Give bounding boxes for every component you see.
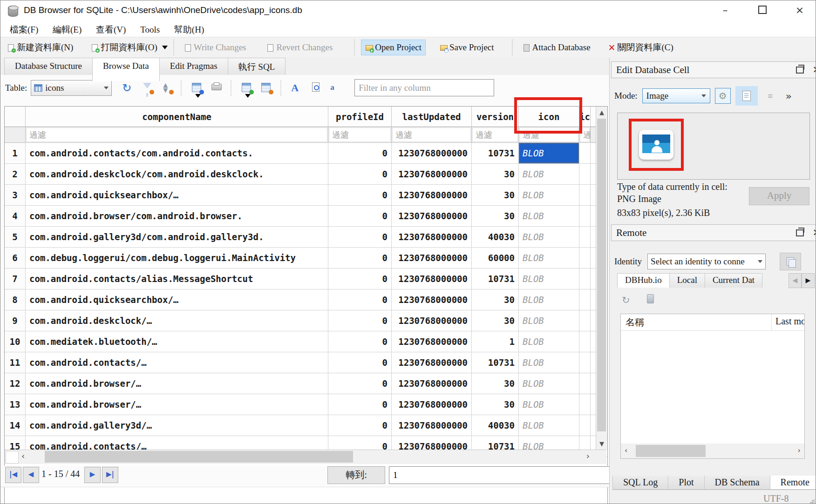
- cell-partial-column[interactable]: [579, 269, 591, 289]
- cell-profileId[interactable]: 0: [328, 310, 392, 331]
- header-componentName[interactable]: componentName: [26, 107, 328, 127]
- float-panel-icon[interactable]: [796, 67, 804, 74]
- cell-version[interactable]: 30: [472, 164, 519, 184]
- tab-browse-data[interactable]: Browse Data: [92, 58, 160, 81]
- cell-icon-blob[interactable]: BLOB: [519, 415, 579, 436]
- close-database-button[interactable]: ✕ 關閉資料庫(C): [605, 39, 677, 56]
- cell-version[interactable]: 10731: [472, 269, 519, 289]
- cell-componentName[interactable]: com.android.gallery3d/com.android.galler…: [26, 227, 328, 247]
- row-number[interactable]: 14: [5, 415, 26, 436]
- cell-lastUpdated[interactable]: 1230768000000: [392, 227, 472, 247]
- save-project-button[interactable]: ▦ Save Project: [436, 40, 498, 55]
- cell-icon-blob[interactable]: BLOB: [519, 185, 579, 205]
- cell-version[interactable]: 30: [472, 310, 519, 331]
- row-number[interactable]: 13: [5, 394, 26, 415]
- cell-lastUpdated[interactable]: 1230768000000: [392, 373, 472, 394]
- insert-record-dropdown-caret[interactable]: [245, 94, 251, 98]
- cell-version[interactable]: 30: [472, 373, 519, 394]
- row-number[interactable]: 8: [5, 289, 26, 310]
- cell-version[interactable]: 30: [472, 289, 519, 310]
- tab-dbhub[interactable]: DBHub.io: [617, 273, 670, 288]
- cell-partial-column[interactable]: [579, 227, 591, 247]
- row-number[interactable]: 3: [5, 185, 26, 205]
- cell-icon-blob[interactable]: BLOB: [519, 164, 579, 184]
- next-record-button[interactable]: ▶: [84, 467, 101, 483]
- cell-icon-blob[interactable]: BLOB: [519, 227, 579, 247]
- row-number[interactable]: 4: [5, 206, 26, 226]
- vertical-scrollbar[interactable]: ▲ ▼: [596, 107, 607, 450]
- cell-lastUpdated[interactable]: 1230768000000: [392, 289, 472, 310]
- cell-partial-column[interactable]: [579, 310, 591, 331]
- cell-profileId[interactable]: 0: [328, 289, 392, 310]
- cell-lastUpdated[interactable]: 1230768000000: [392, 310, 472, 331]
- apply-button[interactable]: Apply: [749, 187, 809, 205]
- cell-lastUpdated[interactable]: 1230768000000: [392, 248, 472, 268]
- filter-componentName[interactable]: 過濾: [26, 127, 328, 142]
- cell-version[interactable]: 30: [472, 185, 519, 205]
- more-tools-button[interactable]: »: [786, 90, 792, 102]
- cell-componentName[interactable]: com.android.contacts/…: [26, 352, 328, 373]
- menu-help[interactable]: 幫助(H): [171, 23, 207, 36]
- remote-scroll-thumb[interactable]: [636, 445, 706, 457]
- tab-local[interactable]: Local: [669, 273, 705, 288]
- cell-componentName[interactable]: com.android.contacts/com.android.contact…: [26, 143, 328, 163]
- row-number[interactable]: 1: [5, 143, 26, 163]
- cell-componentName[interactable]: com.android.quicksearchbox/…: [26, 185, 328, 205]
- cell-profileId[interactable]: 0: [328, 227, 392, 247]
- cell-lastUpdated[interactable]: 1230768000000: [392, 331, 472, 352]
- maximize-button[interactable]: [752, 3, 773, 18]
- cell-icon-blob[interactable]: BLOB: [519, 373, 579, 394]
- row-number[interactable]: 9: [5, 310, 26, 331]
- remote-server-icon[interactable]: [647, 294, 654, 303]
- cell-partial-column[interactable]: [579, 394, 591, 415]
- scroll-up-icon[interactable]: ▲: [596, 109, 607, 116]
- cell-componentName[interactable]: com.android.browser/…: [26, 394, 328, 415]
- cell-profileId[interactable]: 0: [328, 394, 392, 415]
- cell-profileId[interactable]: 0: [328, 269, 392, 289]
- close-panel-icon[interactable]: ✕: [812, 65, 816, 74]
- find-in-table-button[interactable]: [311, 82, 323, 94]
- cell-version[interactable]: 30: [472, 394, 519, 415]
- edit-display-format-button[interactable]: A: [291, 82, 303, 94]
- cell-version[interactable]: 10731: [472, 143, 519, 163]
- cell-componentName[interactable]: com.android.browser/com.android.browser.: [26, 206, 328, 226]
- open-project-button[interactable]: ▸ Open Project: [361, 40, 426, 55]
- horizontal-scroll-thumb[interactable]: [45, 451, 353, 463]
- cell-icon-blob[interactable]: BLOB: [519, 206, 579, 226]
- cell-profileId[interactable]: 0: [328, 185, 392, 205]
- cell-version[interactable]: 1: [472, 331, 519, 352]
- save-filters-button[interactable]: ▲▼: [161, 82, 173, 94]
- cell-profileId[interactable]: 0: [328, 352, 392, 373]
- cell-componentName[interactable]: com.android.gallery3d/…: [26, 415, 328, 436]
- identity-select[interactable]: Select an identity to conne: [647, 254, 766, 269]
- scroll-right-icon[interactable]: ›: [586, 451, 590, 461]
- close-button[interactable]: ×: [789, 3, 810, 18]
- table-select[interactable]: icons: [31, 80, 112, 96]
- clone-database-button[interactable]: [780, 253, 801, 270]
- refresh-button[interactable]: ↻: [122, 82, 134, 94]
- cell-lastUpdated[interactable]: 1230768000000: [392, 143, 472, 163]
- replace-button[interactable]: a: [330, 82, 342, 94]
- remote-col-name[interactable]: 名稱: [621, 314, 772, 330]
- header-corner[interactable]: [5, 107, 26, 127]
- clear-filters-button[interactable]: [142, 82, 154, 94]
- row-number[interactable]: 12: [5, 373, 26, 394]
- remote-col-last-modified[interactable]: Last mo: [772, 314, 804, 330]
- cell-partial-column[interactable]: [579, 331, 591, 352]
- cell-icon-blob[interactable]: BLOB: [519, 394, 579, 415]
- cell-icon-blob[interactable]: BLOB: [519, 310, 579, 331]
- tab-edit-pragmas[interactable]: Edit Pragmas: [159, 58, 228, 75]
- cell-componentName[interactable]: com.android.browser/…: [26, 373, 328, 394]
- cell-lastUpdated[interactable]: 1230768000000: [392, 352, 472, 373]
- cell-lastUpdated[interactable]: 1230768000000: [392, 269, 472, 289]
- cell-partial-column[interactable]: [579, 352, 591, 373]
- cell-profileId[interactable]: 0: [328, 164, 392, 184]
- previous-record-button[interactable]: ◀: [23, 467, 39, 483]
- menu-file[interactable]: 檔案(F): [7, 23, 41, 36]
- cell-partial-column[interactable]: [579, 373, 591, 394]
- filter-version[interactable]: 過濾: [472, 127, 519, 142]
- cell-partial-column[interactable]: [579, 164, 591, 184]
- mode-select[interactable]: Image: [642, 88, 710, 103]
- tab-execute-sql[interactable]: 執行 SQL: [228, 58, 286, 75]
- row-number[interactable]: 7: [5, 269, 26, 289]
